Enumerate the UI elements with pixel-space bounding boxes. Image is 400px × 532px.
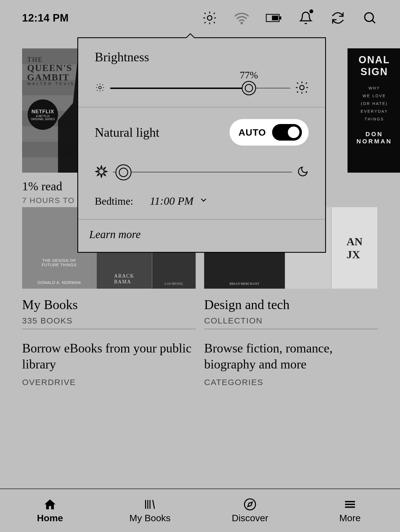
svg-point-46 [244,499,256,510]
sun-small-icon [95,82,105,94]
compass-icon [243,498,257,511]
nav-label: More [339,513,360,523]
svg-line-20 [97,85,98,85]
brightness-value: 77% [240,69,258,81]
svg-marker-35 [101,175,102,177]
svg-line-21 [102,90,103,91]
svg-marker-47 [248,502,252,507]
svg-line-23 [102,85,103,85]
cover-title-2: QUEEN'S [27,63,72,73]
svg-marker-38 [98,168,99,169]
svg-marker-37 [105,171,107,172]
bedtime-label: Bedtime: [95,195,133,207]
bedtime-selector[interactable]: 11:00 PM [150,194,208,207]
tile-sub: 335 BOOKS [22,316,196,325]
nav-my-books[interactable]: My Books [100,489,200,532]
cover-author: WALTER TEVIS [27,81,75,86]
bedtime-value: 11:00 PM [150,195,193,207]
tile-sub: COLLECTION [204,316,378,325]
home-icon [43,498,57,511]
search-icon[interactable] [362,10,378,26]
svg-line-22 [97,90,98,91]
netflix-badge: NETFLIX A NETFLIX ORIGINAL SERIES [28,99,58,130]
svg-line-5 [204,13,206,14]
brightness-icon[interactable] [202,10,218,26]
clock: 12:14 PM [22,12,69,24]
svg-line-6 [214,22,215,23]
chevron-down-icon [199,195,208,207]
wifi-icon[interactable] [234,10,250,26]
brightness-header: Brightness [95,50,309,64]
tile-title: My Books [22,297,196,312]
nav-more[interactable]: More [300,489,400,532]
svg-rect-12 [272,16,278,20]
cover-title-3: GAMBIT [27,73,72,82]
svg-point-24 [300,85,304,90]
notifications-icon[interactable] [298,10,314,26]
nav-label: Home [37,513,63,523]
svg-line-45 [153,500,154,509]
natural-light-slider-thumb[interactable] [115,164,131,180]
auto-toggle-pill[interactable]: AUTO [230,119,309,146]
moon-icon [297,166,309,178]
popover-arrow [185,33,195,38]
svg-line-29 [297,83,298,84]
categories-link[interactable]: Browse fiction, romance, biography and m… [204,329,378,387]
link-title: Browse fiction, romance, biography and m… [204,340,378,372]
natural-light-slider[interactable] [113,172,292,172]
svg-line-31 [297,91,298,93]
cover-title-1: THE [27,56,43,64]
svg-line-8 [214,13,215,14]
natural-light-header: Natural light [95,125,159,140]
svg-line-32 [306,83,307,84]
svg-marker-39 [104,174,105,175]
link-title: Borrow eBooks from your public library [22,340,196,372]
auto-toggle[interactable] [272,124,302,141]
books-icon [143,498,157,511]
svg-marker-41 [104,168,105,169]
side-book-cover: ONALSIGN WHYWE LOVE (OR HATE)EVERYDAYTHI… [348,48,400,173]
link-sub: OVERDRIVE [22,378,196,387]
battery-icon[interactable] [266,10,282,26]
nav-label: Discover [232,513,268,523]
svg-line-7 [204,22,206,23]
sync-icon[interactable] [330,10,346,26]
brightness-slider-thumb[interactable] [242,81,256,95]
svg-point-33 [99,169,104,174]
learn-more-link[interactable]: Learn more [78,220,325,252]
svg-marker-34 [101,166,102,168]
svg-rect-11 [280,16,281,19]
sun-large-icon [295,81,309,95]
notification-dot [309,9,313,13]
svg-line-14 [372,20,375,23]
svg-point-15 [99,86,101,89]
svg-marker-40 [98,174,99,175]
overdrive-link[interactable]: Borrow eBooks from your public library O… [22,329,196,387]
svg-point-9 [241,22,243,24]
tile-title: Design and tech [204,297,378,312]
svg-point-0 [207,16,212,20]
svg-point-13 [365,13,373,21]
svg-line-30 [306,91,307,93]
svg-marker-36 [96,171,98,172]
toggle-knob [287,126,300,139]
brightness-slider[interactable]: 77% [110,88,290,89]
nav-label: My Books [129,513,170,523]
auto-label: AUTO [238,127,266,138]
sun-outline-icon [95,165,108,179]
nav-home[interactable]: Home [0,489,100,532]
menu-icon [343,498,357,511]
nav-discover[interactable]: Discover [200,489,300,532]
status-bar: 12:14 PM [0,0,400,36]
bottom-nav: Home My Books Discover More [0,488,400,532]
brightness-popover: Brightness 77% Natural light [77,37,326,253]
link-sub: CATEGORIES [204,378,378,387]
